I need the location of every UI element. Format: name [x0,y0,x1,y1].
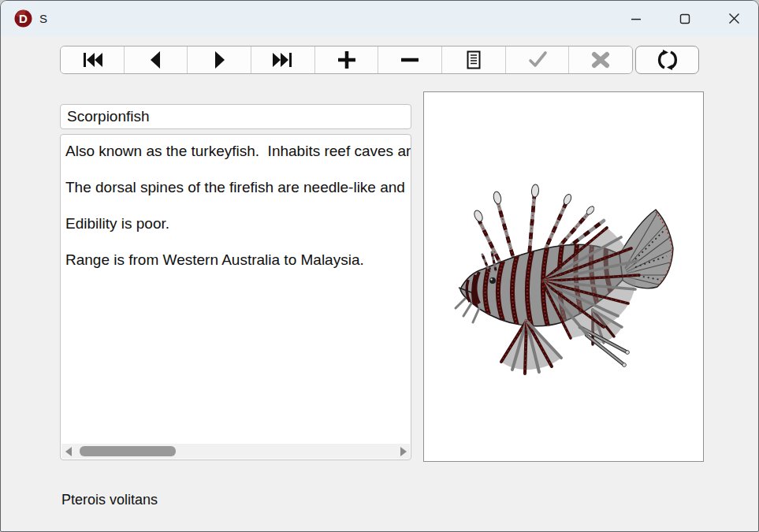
nav-delete-button[interactable] [378,47,442,73]
nav-post-button[interactable] [506,47,570,73]
cancel-edit-icon [590,50,611,69]
edit-record-icon [463,50,484,70]
prior-record-icon [147,50,166,69]
maximize-button[interactable] [660,1,709,36]
insert-record-icon [336,49,358,71]
window-title: S [39,12,47,25]
maximize-icon [679,13,690,24]
delphi-app-icon: D [14,9,32,28]
nav-first-button[interactable] [61,47,125,73]
memo-text: Also known as the turkeyfish. Inhabits r… [61,135,411,444]
scroll-right-arrow-icon [400,447,407,456]
scroll-thumb[interactable] [80,446,176,456]
description-memo[interactable]: Also known as the turkeyfish. Inhabits r… [60,134,411,460]
minimize-icon [631,13,642,24]
first-record-icon [80,51,104,69]
svg-text:D: D [19,12,28,25]
window-controls [612,1,758,36]
nav-next-button[interactable] [188,47,251,73]
close-button[interactable] [709,1,758,36]
lionfish-image [424,92,703,461]
last-record-icon [271,51,295,69]
nav-cancel-button[interactable] [569,47,632,73]
memo-line: Also known as the turkeyfish. Inhabits r… [65,142,409,160]
fish-image-panel [423,91,704,462]
delete-record-icon [399,49,421,71]
minimize-button[interactable] [612,1,660,36]
memo-line: Edibility is poor. [65,214,409,233]
nav-insert-button[interactable] [315,47,379,73]
app-window: D S [0,0,759,532]
memo-h-scrollbar[interactable] [61,444,410,459]
scroll-track[interactable] [75,444,396,459]
nav-last-button[interactable] [251,47,315,73]
species-label: Pterois volitans [61,492,158,508]
scroll-left-arrow-icon [65,447,72,456]
db-navigator [60,46,633,74]
next-record-icon [210,50,229,69]
memo-line: Range is from Western Australia to Malay… [65,251,409,269]
memo-line: The dorsal spines of the firefish are ne… [65,178,409,196]
nav-refresh-button[interactable] [635,46,699,74]
close-icon [728,13,740,24]
nav-edit-button[interactable] [442,47,506,73]
titlebar: D S [1,1,758,36]
scroll-left-button[interactable] [61,444,75,459]
scroll-right-button[interactable] [396,444,410,459]
post-edit-icon [526,50,549,70]
refresh-icon [657,49,679,71]
common-name-input[interactable] [60,104,411,129]
nav-prior-button[interactable] [125,47,188,73]
